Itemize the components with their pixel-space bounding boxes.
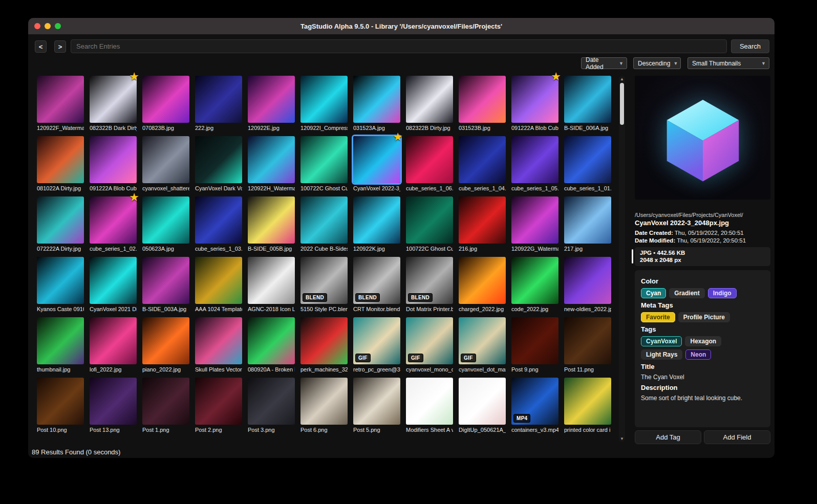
grid-item[interactable]: new-oldies_2022.jp [564,257,611,313]
thumbnail-image[interactable]: MP4 [511,378,558,425]
thumbnail-image[interactable] [37,378,84,425]
tag-chip[interactable]: Hexagon [685,336,721,346]
grid-item[interactable]: cyanvoxel_shattere [142,136,189,192]
tag-chip[interactable]: Indigo [708,288,737,298]
grid-item[interactable]: B-SIDE_005B.jpg [248,196,295,253]
thumbnail-image[interactable] [459,378,506,425]
grid-item[interactable]: 217.jpg [564,196,611,253]
grid-item[interactable]: Post 10.png [37,378,84,434]
grid-item[interactable]: Modifiers Sheet A v [406,378,453,434]
grid-item[interactable]: BLEND5150 Style PC.blend [300,257,348,313]
file-name[interactable]: CyanVoxel 2022-3_2048px.jpg [635,219,770,227]
thumbnail-image[interactable] [564,76,611,123]
grid-item[interactable]: Skull Plates Vector [195,317,242,374]
grid-item[interactable]: 2022 Cube B-Sides [300,196,348,253]
thumbnail-image[interactable] [37,136,84,183]
thumbnail-image[interactable] [564,196,611,244]
grid-item[interactable]: Kyanos Caste 0910 [37,257,84,313]
thumbnail-image[interactable] [300,196,348,244]
thumbnail-image[interactable] [459,196,506,244]
search-input[interactable] [71,39,727,53]
grid-item[interactable]: Post 6.png [300,378,348,434]
grid-item[interactable]: charged_2022.jpg [459,257,506,313]
tag-chip[interactable]: Favorite [641,312,675,322]
thumbnail-image[interactable] [300,136,348,183]
thumbnail-image[interactable] [142,317,189,364]
thumbnail-image[interactable]: ★ [90,196,137,244]
scrollbar-thumb[interactable] [620,83,624,125]
grid-item[interactable]: B-SIDE_006A.jpg [564,76,611,132]
grid-item[interactable]: 100722C Ghost Cub [406,196,453,253]
thumbnail-image[interactable] [459,76,506,123]
grid-item[interactable]: Post 13.png [90,378,137,434]
thumbnail-image[interactable] [248,76,295,123]
grid-item[interactable]: perk_machines_32p [300,317,348,374]
thumbnail-image[interactable] [90,317,137,364]
grid-item[interactable]: 120922G_Waterma [511,196,558,253]
grid-item[interactable]: lofi_2022.jpg [90,317,137,374]
thumbnail-image[interactable] [142,76,189,123]
thumbnail-image[interactable] [564,378,611,425]
minimize-button[interactable] [45,23,51,29]
thumbnail-image[interactable] [459,257,506,304]
grid-item[interactable]: ★091222A Blob Cube [511,76,558,132]
close-button[interactable] [34,23,40,29]
thumbnail-image[interactable] [406,76,453,123]
grid-item[interactable]: ★cube_series_1_02.j [90,196,137,253]
thumbnail-image[interactable] [37,76,84,123]
thumbnail-image[interactable] [459,136,506,183]
search-button[interactable]: Search [731,39,769,53]
grid-item[interactable]: cube_series_1_05.j [511,136,558,192]
grid-item[interactable]: BLENDCRT Monitor.blend [353,257,400,313]
grid-item[interactable]: Post 11.png [564,317,611,374]
grid-item[interactable]: ★082322B Dark Dirty [90,76,137,132]
thumbnail-image[interactable] [406,136,453,183]
grid-item[interactable]: DigItUp_050621A_S [459,378,506,434]
tag-chip[interactable]: Neon [685,349,711,360]
grid-item[interactable]: 216.jpg [459,196,506,253]
grid-item[interactable]: thumbnail.jpg [37,317,84,374]
thumbnail-image[interactable] [300,378,348,425]
add-field-button[interactable]: Add Field [704,430,770,444]
thumbnail-image[interactable] [248,317,295,364]
thumbnail-image[interactable] [195,76,242,123]
thumbnail-image[interactable] [300,317,348,364]
grid-item[interactable]: AGNC-2018 Icon Lo [248,257,295,313]
grid-item[interactable]: CyanVoxel 2021 Dis [90,257,137,313]
thumbnail-image[interactable] [248,378,295,425]
thumbnail-image[interactable]: BLEND [353,257,400,304]
thumbnail-image[interactable] [37,317,84,364]
thumbnail-image[interactable] [142,257,189,304]
grid-item[interactable]: 082322B Dirty.jpg [406,76,453,132]
tag-chip[interactable]: Gradient [669,288,704,298]
scroll-down-icon[interactable]: ▼ [619,436,625,441]
thumbnail-image[interactable] [195,196,242,244]
thumbnail-image[interactable] [142,196,189,244]
thumbnail-image[interactable] [353,196,400,244]
grid-item[interactable]: 120922K.jpg [353,196,400,253]
grid-item[interactable]: 120922H_Waterma [248,136,295,192]
grid-item[interactable]: Post 5.png [353,378,400,434]
add-tag-button[interactable]: Add Tag [635,430,701,444]
thumbnail-image[interactable] [248,196,295,244]
thumbnail-image[interactable] [406,378,453,425]
grid-scrollbar[interactable]: ▲ ▼ [619,76,625,442]
tag-chip[interactable]: Cyan [641,288,666,298]
thumbnail-image[interactable] [564,136,611,183]
thumbnail-image[interactable] [142,136,189,183]
zoom-button[interactable] [55,23,61,29]
thumbnail-image[interactable] [511,257,558,304]
grid-item[interactable]: ★CyanVoxel 2022-3_ [353,136,400,192]
grid-item[interactable]: 050623A.jpg [142,196,189,253]
thumbnail-image[interactable]: GIF [353,317,400,364]
thumbnail-image[interactable] [353,76,400,123]
grid-item[interactable]: 100722C Ghost Cub [300,136,348,192]
grid-item[interactable]: code_2022.jpg [511,257,558,313]
grid-item[interactable]: 222.jpg [195,76,242,132]
thumbnail-image[interactable]: BLEND [406,257,453,304]
grid-item[interactable]: Post 2.png [195,378,242,434]
thumbnail-image[interactable]: BLEND [300,257,348,304]
grid-item[interactable]: cube_series_1_04.j [459,136,506,192]
thumbnail-size-dropdown[interactable]: Small Thumbnails ▼ [687,57,769,69]
thumbnail-image[interactable] [248,257,295,304]
